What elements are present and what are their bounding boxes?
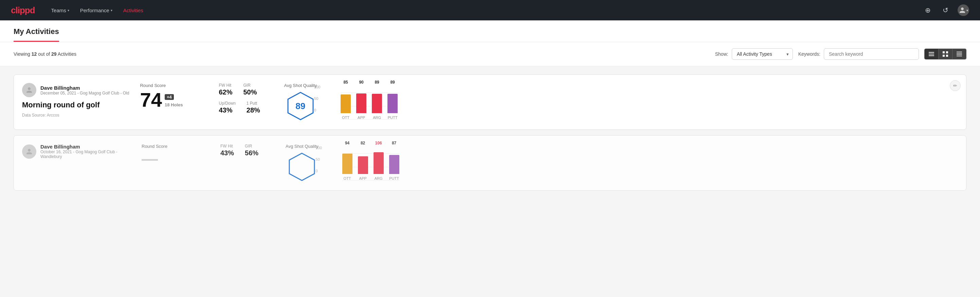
list-detail-view-button[interactable]	[953, 49, 966, 59]
viewing-count: 12	[32, 51, 37, 57]
gir-value: 50%	[243, 88, 257, 96]
list-compact-view-button[interactable]	[925, 49, 939, 59]
bar-top-label-putt: 89	[390, 80, 395, 85]
bar-x-label-putt: PUTT	[389, 176, 399, 180]
bar-col-arg: 106 ARG	[374, 147, 384, 180]
avatar[interactable]: ▾	[958, 5, 969, 16]
mini-stat-row-2: Up/Down 43% 1 Putt 28%	[219, 101, 273, 114]
bar-fill-app	[356, 93, 366, 113]
round-score-group: Round Score —	[142, 144, 210, 167]
card-left: Dave Billingham October 16, 2021 - Gog M…	[22, 144, 131, 163]
shot-quality-left: Avg Shot Quality	[286, 144, 318, 182]
y-label-0: 0	[316, 169, 322, 173]
y-label-100: 100	[316, 146, 322, 150]
bar-col-putt: 87 PUTT	[389, 147, 399, 180]
nav-item-activities[interactable]: Activities	[123, 6, 143, 14]
shot-quality-section: Avg Shot Quality 89 100 50 0	[284, 83, 958, 121]
bar-top-label-arg: 89	[375, 80, 379, 85]
fw-hit-stat: FW Hit 62%	[219, 83, 232, 96]
score-number: —	[142, 151, 158, 167]
navbar: clippd Teams ▾ Performance ▾ Activities …	[0, 0, 980, 21]
hexagon: 89	[285, 91, 316, 121]
round-score-label: Round Score	[140, 83, 208, 88]
y-label-0: 0	[314, 108, 320, 112]
hexagon-container: 89	[284, 91, 317, 121]
activity-type-wrapper: All Activity Types	[732, 48, 793, 60]
bar-top-label-putt: 87	[392, 141, 396, 145]
bar-wrapper-putt	[387, 86, 398, 113]
svg-rect-7	[956, 52, 962, 52]
svg-rect-8	[956, 53, 962, 54]
user-row: Dave Billingham October 16, 2021 - Gog M…	[22, 144, 131, 159]
bar-chart: 85 OTT 90 APP	[340, 93, 398, 120]
show-filter-group: Show: All Activity Types	[715, 48, 793, 60]
bar-fill-ott	[340, 94, 351, 113]
svg-rect-10	[956, 56, 962, 56]
chevron-down-icon: ▾	[111, 8, 112, 12]
bar-chart-area: 100 50 0 94 OTT	[328, 146, 399, 180]
hexagon-value: 89	[296, 101, 305, 112]
user-date: October 16, 2021 - Gog Magog Golf Club -…	[40, 150, 131, 159]
fw-hit-label: FW Hit	[219, 83, 232, 88]
viewing-suffix: Activities	[58, 51, 76, 57]
page-header: My Activities	[0, 21, 980, 42]
bar-col-app: 90 APP	[356, 86, 366, 120]
bar-col-ott: 85 OTT	[340, 86, 351, 120]
bar-fill-ott	[342, 153, 353, 174]
up-down-value: 43%	[219, 106, 235, 114]
shot-quality-left: Avg Shot Quality 89	[284, 83, 317, 121]
grid-view-button[interactable]	[939, 49, 953, 59]
edit-button[interactable]: ✏	[950, 80, 961, 91]
activity-title: Morning round of golf	[22, 101, 129, 109]
shot-quality-section: Avg Shot Quality 100 50 0	[286, 144, 958, 182]
y-label-100: 100	[314, 85, 320, 89]
svg-rect-4	[946, 51, 948, 53]
user-info: Dave Billingham October 16, 2021 - Gog M…	[40, 144, 131, 159]
avatar	[22, 144, 37, 159]
search-input[interactable]	[824, 48, 919, 60]
user-name: Dave Billingham	[40, 85, 129, 91]
bar-fill-putt	[389, 155, 399, 174]
mini-stat-row-1: FW Hit 62% GIR 50%	[219, 83, 273, 96]
svg-rect-3	[943, 51, 945, 53]
one-putt-value: 28%	[247, 106, 260, 114]
activity-card: Dave Billingham December 05, 2021 - Gog …	[14, 74, 966, 130]
mini-stat-row-1: FW Hit 43% GIR 56%	[220, 144, 275, 157]
hexagon-container	[286, 152, 318, 182]
bar-fill-arg	[372, 94, 382, 113]
one-putt-stat: 1 Putt 28%	[247, 101, 260, 114]
user-date: December 05, 2021 - Gog Magog Golf Club …	[40, 91, 129, 96]
svg-rect-2	[929, 55, 934, 56]
bar-x-label-ott: OTT	[342, 115, 349, 120]
gir-stat: GIR 56%	[245, 144, 258, 157]
viewing-total: 29	[51, 51, 57, 57]
svg-marker-12	[289, 153, 315, 180]
shot-quality-label: Avg Shot Quality	[286, 144, 318, 149]
nav-label-teams: Teams	[51, 8, 66, 13]
bar-col-arg: 89 ARG	[372, 86, 382, 120]
nav-item-teams[interactable]: Teams ▾	[51, 6, 69, 14]
view-toggle	[924, 49, 966, 59]
chart-y-labels: 100 50 0	[316, 146, 322, 173]
bar-wrapper-arg	[372, 86, 382, 113]
up-down-label: Up/Down	[219, 101, 235, 106]
bar-top-label-app: 82	[361, 141, 365, 145]
shot-quality-label: Avg Shot Quality	[284, 83, 317, 88]
bar-fill-putt	[387, 94, 398, 113]
viewing-text: Viewing 12 out of 29 Activities	[14, 51, 710, 57]
mini-stats: FW Hit 62% GIR 50% Up/Down 43% 1 Putt 28…	[219, 83, 273, 119]
hexagon	[286, 152, 317, 182]
add-button[interactable]: ⊕	[922, 5, 933, 16]
bar-chart: 94 OTT 82 APP 106	[342, 153, 399, 180]
activity-type-select[interactable]: All Activity Types	[732, 48, 793, 60]
refresh-button[interactable]: ↺	[940, 5, 951, 16]
round-score-value: 74 +4 18 Holes	[140, 90, 208, 110]
bar-col-ott: 94 OTT	[342, 147, 353, 180]
user-info: Dave Billingham December 05, 2021 - Gog …	[40, 85, 129, 96]
fw-hit-value: 43%	[220, 149, 234, 157]
round-score-value: —	[142, 151, 210, 167]
holes-text: 18 Holes	[165, 103, 183, 107]
svg-rect-5	[943, 55, 945, 57]
bar-x-label-putt: PUTT	[388, 115, 398, 120]
nav-item-performance[interactable]: Performance ▾	[80, 6, 112, 14]
